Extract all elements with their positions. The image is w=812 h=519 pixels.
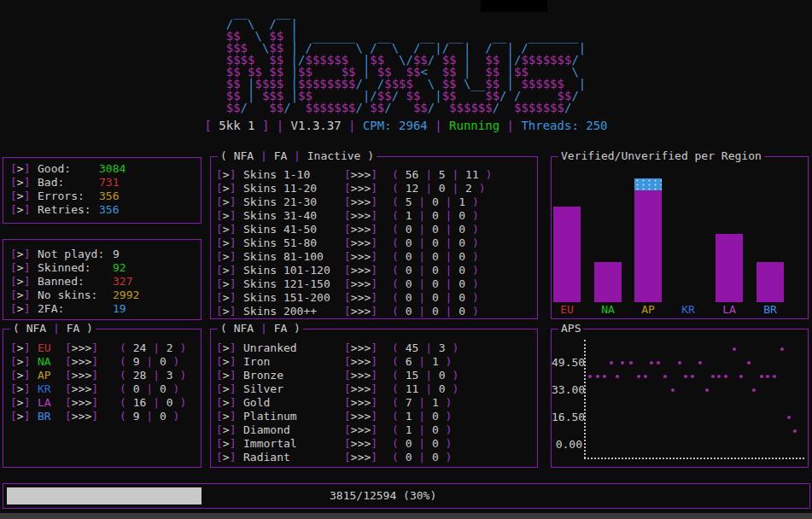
row-marker: [>]: [10, 176, 38, 190]
row-values: ( 0 | 0 ): [392, 451, 452, 464]
regions-panel: ( NFA | FA ) [>]EU[>>>]( 24 | 2 )[>]NA[>…: [3, 329, 202, 468]
row-values: ( 9 | 0 ): [120, 410, 179, 423]
scatter-point: [733, 347, 736, 351]
row-label: Skins 151-200: [243, 291, 344, 305]
bar-chart: EUNAAPKRLABR: [552, 157, 808, 318]
scatter-point: [621, 361, 624, 364]
arrows-marker: [>>>]: [344, 355, 382, 369]
scatter-point: [787, 416, 791, 419]
row-marker: [>]: [216, 396, 243, 410]
row-marker: [>]: [216, 355, 243, 369]
row-label: Skins 41-50: [243, 223, 344, 236]
row-values: ( 11 | 0 ): [392, 382, 459, 396]
table-row: [>]Good:3084: [10, 162, 201, 176]
row-label: Not playd:: [38, 248, 113, 261]
arrows-marker: [>>>]: [344, 369, 382, 382]
scatter-point: [671, 388, 675, 392]
arrows-marker: [>>>]: [65, 355, 102, 369]
row-marker: [>]: [216, 423, 243, 437]
region-code: LA: [38, 396, 65, 410]
row-values: ( 56 | 5 | 11 ): [392, 168, 492, 182]
arrows-marker: [>>>]: [65, 369, 102, 382]
scatter-point: [752, 388, 756, 392]
row-values: ( 0 | 0 ): [120, 382, 179, 396]
table-row: [>]LA[>>>]( 16 | 0 ): [10, 396, 201, 410]
bar-ap-verified: [634, 190, 662, 302]
row-marker: [>]: [216, 437, 243, 451]
region-code: NA: [38, 355, 65, 369]
row-marker: [>]: [10, 355, 38, 369]
x-axis-line: [584, 458, 804, 459]
row-value: 356: [99, 203, 119, 217]
arrows-marker: [>>>]: [344, 437, 382, 451]
row-marker: [>]: [216, 223, 243, 236]
scatter-point: [684, 375, 687, 378]
row-label: Skins 81-100: [243, 250, 344, 264]
row-label: Skins 1-10: [243, 168, 344, 182]
row-marker: [>]: [216, 382, 243, 396]
aps-chart-panel: APS 49.5033.0016.500.00: [551, 329, 809, 468]
table-row: [>]Skins 121-150[>>>]( 0 | 0 | 0 ): [216, 277, 537, 291]
table-row: [>]Gold[>>>]( 7 | 1 ): [216, 396, 537, 410]
row-label: Unranked: [243, 341, 344, 355]
scatter-point: [596, 375, 599, 378]
row-value: 3084: [99, 162, 126, 176]
table-row: [>]Immortal[>>>]( 0 | 0 ): [216, 437, 537, 451]
row-marker: [>]: [10, 190, 38, 203]
arrows-marker: [>>>]: [344, 305, 382, 318]
region-code: AP: [38, 369, 65, 382]
scatter-point: [780, 347, 784, 351]
table-row: [>]Radiant[>>>]( 0 | 0 ): [216, 451, 537, 464]
scatter-point: [678, 361, 681, 364]
row-values: ( 7 | 1 ): [392, 396, 452, 410]
bar-label-na: NA: [594, 303, 622, 317]
scatter-point: [711, 375, 715, 378]
scatter-point: [650, 361, 653, 364]
row-marker: [>]: [216, 236, 243, 250]
status-line: [ 5kk 1 ] | V1.3.37 | CPM: 2964 | Runnin…: [0, 119, 812, 132]
row-value: 2992: [113, 289, 139, 302]
row-values: ( 5 | 0 | 1 ): [392, 195, 479, 209]
arrows-marker: [>>>]: [344, 223, 382, 236]
arrows-marker: [>>>]: [344, 209, 382, 223]
row-values: ( 9 | 0 ): [120, 355, 179, 369]
row-label: Retries:: [38, 203, 99, 217]
row-values: ( 0 | 0 ): [392, 437, 452, 451]
table-row: [>]NA[>>>]( 9 | 0 ): [10, 355, 201, 369]
row-value: 9: [113, 248, 120, 261]
check-stats-rows: [>]Good:3084[>]Bad:731[>]Errors:356[>]Re…: [3, 158, 201, 217]
row-value: 19: [113, 302, 126, 316]
row-values: ( 6 | 1 ): [392, 355, 452, 369]
bar-label-br: BR: [757, 303, 784, 317]
row-marker: [>]: [216, 195, 243, 209]
progress-panel: 3815/12594 (30%): [3, 483, 810, 509]
row-value: 731: [99, 176, 119, 190]
row-marker: [>]: [216, 291, 243, 305]
scatter-point: [717, 375, 721, 378]
row-value: 92: [113, 261, 126, 275]
row-value: 327: [113, 275, 132, 289]
arrows-marker: [>>>]: [344, 451, 382, 464]
y-tick-label: 33.00: [552, 383, 582, 397]
bar-na-verified: [594, 262, 622, 302]
row-values: ( 0 | 0 | 0 ): [392, 277, 479, 291]
row-marker: [>]: [216, 168, 243, 182]
arrows-marker: [>>>]: [344, 250, 382, 264]
scatter-point: [773, 375, 776, 378]
account-stats-panel: [>]Not playd:9[>]Skinned:92[>]Banned:327…: [3, 239, 202, 320]
terminal-screen: __ __ / \ / | $$ \ $$ | ______ __ __ __ …: [0, 0, 812, 519]
row-label: Radiant: [243, 451, 344, 464]
row-marker: [>]: [216, 209, 243, 223]
skins-rows: [>]Skins 1-10[>>>]( 56 | 5 | 11 )[>]Skin…: [211, 157, 537, 318]
table-row: [>]Unranked[>>>]( 45 | 3 ): [216, 341, 537, 355]
row-marker: [>]: [216, 451, 243, 464]
table-row: [>]Skins 21-30[>>>]( 5 | 0 | 1 ): [216, 195, 537, 209]
row-marker: [>]: [216, 305, 243, 318]
row-label: Errors:: [38, 190, 99, 203]
table-row: [>]Not playd:9: [10, 248, 201, 261]
row-values: ( 1 | 0 ): [392, 410, 452, 423]
row-label: Skins 31-40: [243, 209, 344, 223]
y-tick-label: 49.50: [552, 356, 582, 370]
bar-ap-unverified: [634, 178, 662, 190]
row-marker: [>]: [10, 162, 38, 176]
